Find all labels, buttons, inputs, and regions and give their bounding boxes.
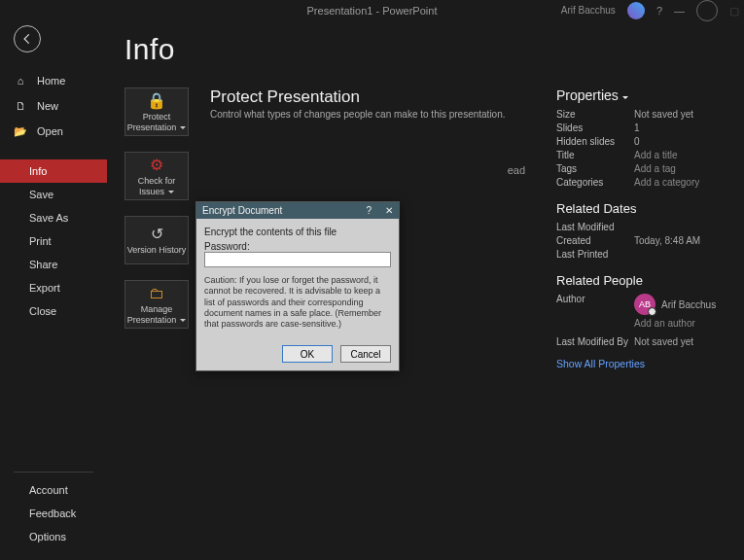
related-dates-heading: Related Dates	[556, 201, 726, 216]
history-icon: ↺	[151, 225, 163, 243]
property-value: 1	[634, 122, 640, 133]
property-value: Not saved yet	[634, 109, 693, 120]
sidebar-label: Print	[29, 235, 52, 247]
user-name[interactable]: Arif Bacchus	[561, 0, 616, 21]
protect-section: Protect Presentation Control what types …	[210, 88, 529, 120]
lastmodby-value: Not saved yet	[634, 336, 693, 347]
dialog-caution: Caution: If you lose or forget the passw…	[204, 275, 391, 330]
sidebar-item-export[interactable]: Export	[0, 276, 107, 299]
property-value[interactable]: Add a tag	[634, 163, 676, 174]
history-tile-label: Version History	[127, 245, 187, 256]
app-header: Presentation1 - PowerPoint Arif Bacchus …	[0, 0, 744, 23]
sidebar-item-info[interactable]: Info	[0, 159, 107, 183]
sidebar-label: Account	[29, 484, 68, 496]
sidebar-label: New	[37, 100, 58, 112]
sidebar-item-feedback[interactable]: Feedback	[0, 502, 107, 525]
protect-tile-label: Protect Presentation	[127, 112, 177, 132]
property-value[interactable]: Add a category	[634, 177, 699, 188]
sidebar-label: Share	[29, 259, 57, 270]
property-key: Categories	[556, 177, 634, 188]
ok-button[interactable]: OK	[282, 345, 333, 363]
sidebar-item-save-as[interactable]: Save As	[0, 206, 107, 229]
show-all-properties-link[interactable]: Show All Properties	[556, 358, 645, 369]
sidebar-label: Info	[29, 165, 47, 177]
inspect-tile[interactable]: ⚙ Check for Issues	[124, 152, 189, 200]
sidebar-item-home[interactable]: ⌂Home	[0, 68, 107, 93]
tiles-column: 🔒 Protect Presentation ⚙ Check for Issue…	[124, 88, 193, 369]
cancel-button[interactable]: Cancel	[340, 345, 391, 363]
window-box-icon[interactable]: ▢	[729, 0, 739, 21]
property-value[interactable]: Add a title	[634, 150, 677, 160]
doc-title: Presentation1 - PowerPoint	[307, 0, 438, 21]
sidebar-item-account[interactable]: Account	[0, 478, 107, 502]
chevron-down-icon	[176, 122, 186, 132]
sidebar-item-close[interactable]: Close	[0, 299, 107, 323]
sidebar-item-new[interactable]: 🗋New	[0, 93, 107, 119]
inspect-frag: ead	[508, 164, 525, 176]
back-button[interactable]	[14, 25, 41, 52]
dialog-help-icon[interactable]: ?	[366, 205, 372, 216]
author-label: Author	[556, 294, 634, 315]
sidebar-item-print[interactable]: Print	[0, 229, 107, 253]
window-icon[interactable]	[696, 0, 718, 21]
sidebar-icon: ⌂	[14, 74, 27, 88]
header-controls: Arif Bacchus ? — ▢	[561, 0, 739, 21]
sidebar-label: Feedback	[29, 508, 76, 519]
properties-pane: Properties SizeNot saved yetSlides1Hidde…	[547, 88, 726, 369]
date-row: Last Modified	[556, 222, 726, 232]
protect-sub: Control what types of changes people can…	[210, 109, 529, 120]
property-key: Title	[556, 150, 634, 160]
sidebar-label: Close	[29, 305, 56, 317]
sidebar-icon: 🗋	[14, 99, 27, 113]
inspect-icon: ⚙	[150, 156, 163, 174]
page-title: Info	[124, 33, 726, 66]
property-key: Size	[556, 109, 634, 120]
password-label: Password:	[204, 241, 391, 252]
inspect-section: ead	[210, 143, 529, 201]
protect-tile[interactable]: 🔒 Protect Presentation	[124, 88, 189, 136]
password-input[interactable]	[204, 252, 391, 267]
date-value: Today, 8:48 AM	[634, 235, 700, 246]
author-name: Arif Bacchus	[661, 299, 716, 310]
lock-icon: 🔒	[147, 91, 166, 110]
property-row: Slides1	[556, 122, 726, 133]
author-avatar[interactable]: AB	[634, 294, 655, 315]
sidebar-icon: 📂	[14, 124, 27, 138]
sidebar-item-share[interactable]: Share	[0, 253, 107, 276]
window-min-icon[interactable]: —	[674, 0, 685, 21]
property-key: Tags	[556, 163, 634, 174]
sidebar-label: Save As	[29, 212, 68, 224]
sidebar-label: Export	[29, 282, 60, 294]
property-row: Hidden slides0	[556, 136, 726, 147]
lastmodby-label: Last Modified By	[556, 336, 634, 347]
properties-heading[interactable]: Properties	[556, 88, 726, 103]
dialog-close-icon[interactable]: ✕	[385, 205, 393, 216]
property-row: CategoriesAdd a category	[556, 177, 726, 188]
date-row: Last Printed	[556, 249, 726, 260]
sidebar-item-options[interactable]: Options	[0, 525, 107, 548]
protect-title: Protect Presentation	[210, 88, 529, 107]
sidebar-item-open[interactable]: 📂Open	[0, 119, 107, 144]
chevron-down-icon	[619, 88, 628, 103]
property-row: SizeNot saved yet	[556, 109, 726, 120]
date-key: Created	[556, 235, 634, 246]
property-value: 0	[634, 136, 640, 147]
dialog-titlebar[interactable]: Encrypt Document ? ✕	[196, 202, 399, 219]
encrypt-dialog: Encrypt Document ? ✕ Encrypt the content…	[195, 201, 400, 371]
folder-icon: 🗀	[149, 284, 164, 302]
avatar-icon[interactable]	[627, 2, 645, 19]
sidebar-label: Options	[29, 531, 66, 542]
sidebar-label: Open	[37, 125, 63, 137]
sidebar-item-save[interactable]: Save	[0, 183, 107, 206]
date-row: CreatedToday, 8:48 AM	[556, 235, 726, 246]
history-tile[interactable]: ↺ Version History	[124, 216, 189, 264]
sidebar-label: Home	[37, 75, 65, 87]
add-author-link[interactable]: Add an author	[634, 318, 695, 329]
help-icon[interactable]: ?	[656, 0, 662, 21]
property-row: TagsAdd a tag	[556, 163, 726, 174]
manage-tile[interactable]: 🗀 Manage Presentation	[124, 280, 189, 329]
manage-tile-label: Manage Presentation	[127, 304, 177, 325]
backstage-sidebar: ⌂Home🗋New📂Open InfoSaveSave AsPrintShare…	[0, 0, 107, 560]
related-people-heading: Related People	[556, 273, 726, 288]
date-key: Last Modified	[556, 222, 634, 232]
